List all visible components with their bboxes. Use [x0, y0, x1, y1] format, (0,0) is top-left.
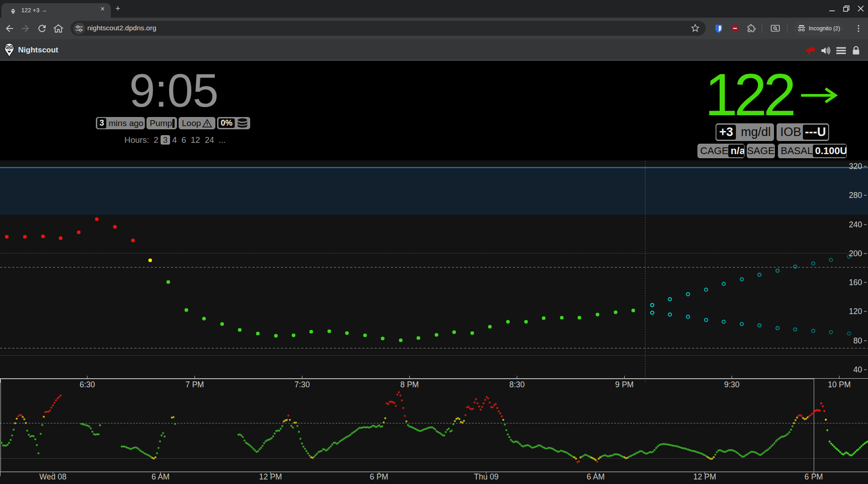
- svg-text:240: 240: [849, 220, 862, 229]
- svg-text:6 PM: 6 PM: [370, 472, 389, 481]
- svg-text:Thu 09: Thu 09: [474, 472, 498, 481]
- svg-text:6:30: 6:30: [80, 380, 95, 389]
- svg-text:8:30: 8:30: [509, 380, 525, 389]
- svg-text:6 AM: 6 AM: [152, 472, 170, 481]
- svg-text:Wed 08: Wed 08: [39, 472, 66, 481]
- svg-text:280: 280: [849, 191, 862, 200]
- svg-text:12 PM: 12 PM: [693, 472, 716, 481]
- svg-text:6 AM: 6 AM: [587, 472, 605, 481]
- svg-text:120: 120: [849, 307, 862, 316]
- svg-text:9:30: 9:30: [724, 380, 740, 389]
- svg-text:8 PM: 8 PM: [400, 380, 419, 389]
- svg-text:10 PM: 10 PM: [828, 380, 851, 389]
- svg-text:200: 200: [849, 249, 862, 258]
- svg-text:160: 160: [849, 278, 862, 287]
- svg-text:80: 80: [854, 336, 863, 345]
- svg-text:7 PM: 7 PM: [185, 380, 204, 389]
- svg-text:12 PM: 12 PM: [259, 472, 282, 481]
- svg-text:9 PM: 9 PM: [615, 380, 634, 389]
- svg-text:6 PM: 6 PM: [805, 472, 823, 481]
- svg-text:40: 40: [854, 365, 863, 374]
- svg-text:320: 320: [849, 162, 862, 171]
- svg-text:7:30: 7:30: [294, 380, 310, 389]
